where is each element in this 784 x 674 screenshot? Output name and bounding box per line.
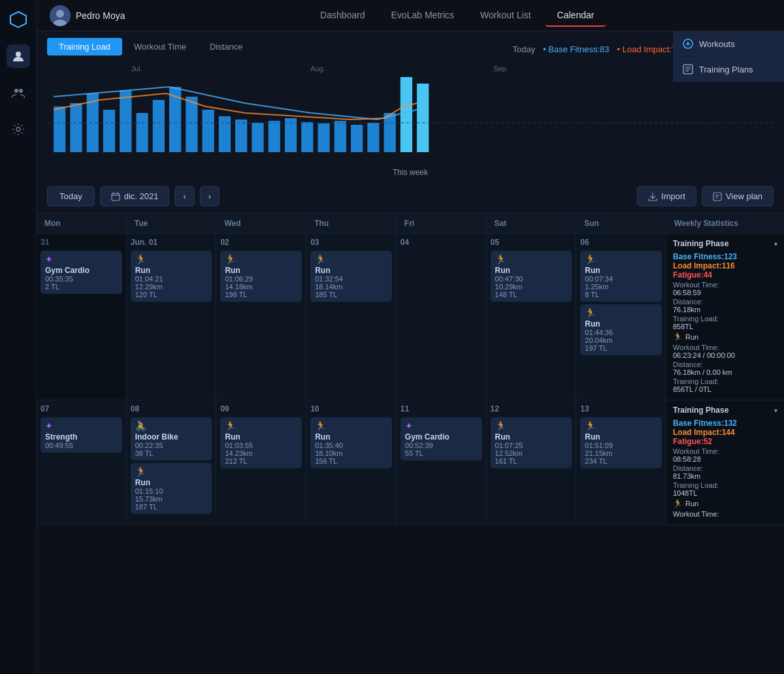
workout-tl: 2 TL bbox=[45, 283, 118, 291]
run-icon: 🏃 bbox=[585, 254, 657, 265]
workout-dist: 18.14km bbox=[315, 283, 387, 291]
day-cell-06: 06 🏃 Run 00:07:34 1.25km 8 TL 🏃 Run 01:4… bbox=[576, 234, 666, 400]
run-distance-row: Distance: 76.18km / 0.00 km bbox=[673, 361, 777, 376]
tab-distance[interactable]: Distance bbox=[198, 38, 255, 56]
run-icon: 🏃 bbox=[585, 308, 657, 318]
tab-workout-time[interactable]: Workout Time bbox=[122, 38, 198, 56]
svg-point-1 bbox=[16, 52, 21, 57]
chart-svg bbox=[47, 74, 774, 159]
view-plan-button[interactable]: View plan bbox=[702, 186, 774, 206]
day-header-tue: Tue bbox=[127, 214, 217, 233]
svg-point-3 bbox=[19, 89, 23, 93]
svg-rect-23 bbox=[203, 110, 214, 152]
run-icon: 🏃 bbox=[315, 421, 387, 431]
workout-dist: 12.52km bbox=[495, 449, 568, 457]
bike-icon: 🚴 bbox=[135, 421, 208, 431]
day-num: Jun. 01 bbox=[131, 238, 212, 247]
workout-name: Gym Cardio bbox=[45, 266, 118, 275]
workout-name: Run bbox=[495, 432, 568, 441]
sidebar-settings-icon[interactable] bbox=[7, 118, 30, 141]
chart-section: Training Load Workout Time Distance Toda… bbox=[37, 31, 784, 180]
chart-months: Jul. Aug. Sep. Oct. bbox=[47, 63, 774, 74]
list-item[interactable]: 🏃 Run 01:04:21 12.29km 120 TL bbox=[131, 251, 212, 302]
training-load-val-2: 1048TL bbox=[673, 489, 697, 497]
calendar-area[interactable]: Training Load Workout Time Distance Toda… bbox=[37, 31, 784, 674]
phase-header-2: Training Phase ▾ bbox=[673, 406, 777, 415]
import-button[interactable]: Import bbox=[637, 186, 696, 206]
tab-training-load[interactable]: Training Load bbox=[47, 38, 122, 56]
sidebar-team-icon[interactable] bbox=[7, 81, 30, 104]
svg-point-2 bbox=[14, 89, 18, 93]
day-headers: Mon Tue Wed Thu Fri Sat Sun Weekly Stati… bbox=[37, 214, 784, 234]
weekly-stats-header: Weekly Statistics bbox=[666, 214, 784, 233]
today-button[interactable]: Today bbox=[47, 186, 95, 206]
workout-name: Run bbox=[225, 432, 297, 441]
next-button[interactable]: › bbox=[200, 186, 220, 206]
workout-tl: 161 TL bbox=[495, 457, 568, 465]
nav-dashboard[interactable]: Dashboard bbox=[308, 5, 377, 27]
list-item[interactable]: 🏃 Run 00:47:30 10.29km 148 TL bbox=[491, 251, 572, 302]
day-num: 10 bbox=[310, 404, 392, 413]
workout-tl: 156 TL bbox=[315, 457, 387, 465]
workout-time: 01:44:36 bbox=[585, 329, 657, 336]
fatigue-stat-2: Fatigue:52 bbox=[673, 437, 777, 446]
workout-dist: 12.29km bbox=[135, 283, 208, 291]
phase-header: Training Phase ▾ bbox=[673, 239, 777, 248]
day-cell-12: 12 🏃 Run 01:07:25 12.52km 161 TL bbox=[487, 400, 577, 525]
nav-evolab[interactable]: EvoLab Metrics bbox=[380, 5, 466, 27]
svg-rect-38 bbox=[112, 193, 120, 201]
load-impact-stat: Load Impact:116 bbox=[673, 261, 777, 270]
svg-rect-22 bbox=[186, 97, 197, 152]
svg-marker-0 bbox=[10, 12, 26, 27]
svg-point-4 bbox=[16, 127, 20, 131]
date-display[interactable]: dic. 2021 bbox=[100, 186, 170, 206]
list-item[interactable]: 🏃 Run 01:06:29 14.18km 198 TL bbox=[220, 251, 302, 302]
svg-rect-25 bbox=[235, 120, 247, 152]
nav-items: Dashboard EvoLab Metrics Workout List Ca… bbox=[143, 5, 771, 27]
svg-rect-19 bbox=[136, 113, 148, 152]
distance-val: 76.18km bbox=[673, 306, 700, 313]
day-num: 11 bbox=[400, 404, 482, 413]
workout-name: Strength bbox=[45, 432, 118, 441]
workout-tl: 148 TL bbox=[495, 291, 568, 298]
workout-dist: 10.29km bbox=[495, 283, 568, 291]
workouts-panel-btn[interactable]: Workouts bbox=[673, 31, 784, 57]
workout-time: 01:07:25 bbox=[495, 441, 568, 449]
svg-rect-27 bbox=[269, 121, 280, 152]
run-icon: 🏃 bbox=[315, 254, 387, 265]
training-plans-panel-btn[interactable]: Training Plans bbox=[673, 57, 784, 82]
svg-rect-18 bbox=[120, 90, 131, 152]
nav-workout-list[interactable]: Workout List bbox=[468, 5, 543, 27]
training-load-row: Training Load: 858TL bbox=[673, 315, 777, 330]
run-icon-stat: 🏃 bbox=[673, 332, 683, 342]
prev-button[interactable]: ‹ bbox=[174, 186, 194, 206]
list-item[interactable]: 🚴 Indoor Bike 00:22:35 38 TL bbox=[131, 417, 212, 460]
workout-time: 01:32:54 bbox=[315, 275, 387, 283]
list-item[interactable]: 🏃 Run 01:32:54 18.14km 185 TL bbox=[310, 251, 392, 302]
workout-time-val-2: 08:58:28 bbox=[673, 455, 701, 463]
workout-time: 00:47:30 bbox=[495, 275, 568, 283]
base-fitness-value: 83 bbox=[600, 44, 609, 54]
list-item[interactable]: 🏃 Run 00:07:34 1.25km 8 TL bbox=[580, 251, 662, 302]
list-item[interactable]: ✦ Strength 00:49:55 bbox=[41, 417, 122, 453]
sidebar-user-icon[interactable] bbox=[7, 44, 30, 68]
nav-calendar[interactable]: Calendar bbox=[546, 5, 606, 27]
workout-name: Run bbox=[315, 266, 387, 275]
list-item[interactable]: ✦ Gym Cardio 00:52:39 55 TL bbox=[400, 417, 482, 460]
list-item[interactable]: ✦ Gym Cardio 00:35:35 2 TL bbox=[41, 251, 122, 294]
fatigue-stat: Fatigue:44 bbox=[673, 270, 777, 280]
distance-row: Distance: 76.18km bbox=[673, 298, 777, 313]
list-item[interactable]: 🏃 Run 01:51:09 21.15km 234 TL bbox=[580, 417, 662, 468]
workout-time: 01:35:40 bbox=[315, 441, 387, 449]
day-num: 04 bbox=[400, 238, 482, 247]
calendar-grid: Mon Tue Wed Thu Fri Sat Sun Weekly Stati… bbox=[37, 214, 784, 525]
list-item[interactable]: 🏃 Run 01:44:36 20.04km 197 TL bbox=[580, 304, 662, 355]
workout-dist: 14.23km bbox=[225, 449, 297, 457]
list-item[interactable]: 🏃 Run 01:35:40 18.10km 156 TL bbox=[310, 417, 392, 468]
day-header-mon: Mon bbox=[37, 214, 127, 233]
list-item[interactable]: 🏃 Run 01:07:25 12.52km 161 TL bbox=[491, 417, 572, 468]
run-stat-row: 🏃 Run bbox=[673, 332, 777, 342]
list-item[interactable]: 🏃 Run 01:03:55 14.23km 212 TL bbox=[220, 417, 302, 468]
list-item[interactable]: 🏃 Run 01:15:10 15.73km 187 TL bbox=[131, 463, 212, 514]
chart-container bbox=[47, 74, 774, 165]
